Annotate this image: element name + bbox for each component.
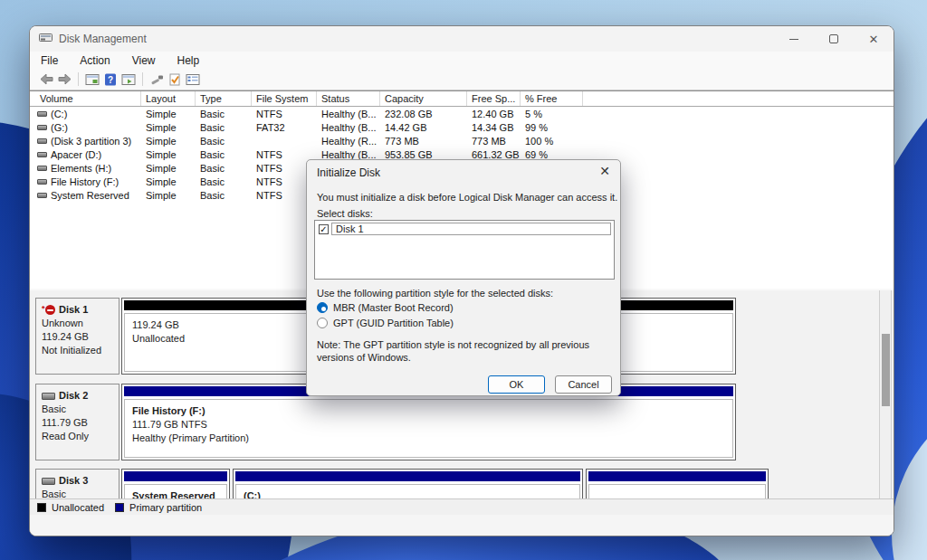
drive-icon — [37, 166, 47, 171]
table-cell: NTFS — [252, 109, 317, 119]
table-cell: 232.08 GB — [380, 109, 467, 119]
maximize-button[interactable] — [814, 26, 854, 52]
legend-swatch — [37, 503, 46, 512]
tool-icon[interactable] — [148, 71, 166, 89]
dialog-close-icon[interactable]: ✕ — [599, 164, 610, 178]
forward-icon[interactable] — [55, 71, 73, 89]
partition-line: Healthy (Primary Partition) — [132, 432, 732, 445]
partition[interactable]: System Reserved — [121, 469, 230, 498]
legend-item: Primary partition — [115, 502, 202, 513]
scrollbar-thumb[interactable] — [882, 334, 890, 406]
check-document-icon[interactable] — [166, 71, 184, 89]
table-cell: Simple — [141, 176, 196, 187]
volume-name-cell: System Reserved — [35, 190, 141, 201]
disk-label-line: Not Initialized — [42, 344, 119, 357]
dialog-note: Note: The GPT partition style is not rec… — [317, 338, 608, 364]
disk-label-panel[interactable]: Disk 2Basic111.79 GBRead Only — [35, 384, 119, 460]
title-bar[interactable]: Disk Management ✕ — [30, 26, 894, 52]
table-cell: NTFS — [252, 149, 317, 160]
volume-name-cell: Elements (H:) — [35, 163, 141, 174]
disk-label-line: 119.24 GB — [42, 330, 119, 344]
table-cell: FAT32 — [252, 122, 317, 133]
console-window-icon[interactable] — [83, 71, 101, 89]
minimize-icon — [789, 39, 798, 40]
table-cell: Simple — [141, 109, 196, 119]
column-header-layout[interactable]: Layout — [141, 91, 196, 106]
radio-selected-icon[interactable] — [317, 302, 328, 313]
table-cell: Basic — [196, 136, 252, 147]
partition[interactable]: (C:) — [233, 469, 583, 498]
table-row[interactable]: (Disk 3 partition 3)SimpleBasicHealthy (… — [30, 134, 894, 147]
partition-body: (C:) — [235, 484, 580, 498]
column-header-capacity[interactable]: Capacity — [380, 91, 467, 106]
disk-label-line: Unknown — [42, 317, 119, 330]
radio-icon[interactable] — [317, 318, 328, 328]
disk-partitions: System Reserved(C:) — [121, 469, 769, 498]
volume-name-cell: (Disk 3 partition 3) — [35, 136, 141, 147]
show-console-tree-icon[interactable] — [119, 71, 138, 89]
table-cell: 69 % — [521, 149, 583, 160]
partition[interactable] — [586, 469, 769, 498]
table-cell: 14.34 GB — [467, 122, 521, 133]
column-header-type[interactable]: Type — [196, 91, 252, 106]
column-header-volume[interactable]: Volume — [35, 91, 141, 106]
properties-icon[interactable] — [184, 71, 202, 89]
table-cell: Simple — [141, 149, 196, 160]
table-row[interactable]: (C:)SimpleBasicNTFSHealthy (B...232.08 G… — [30, 107, 894, 120]
cancel-button[interactable]: Cancel — [555, 375, 612, 394]
minimize-button[interactable] — [774, 26, 814, 52]
table-cell: Simple — [141, 136, 196, 147]
partition-style-option[interactable]: MBR (Master Boot Record) — [317, 302, 454, 313]
legend-swatch — [115, 503, 124, 512]
legend-item: Unallocated — [37, 502, 104, 513]
table-cell: 5 % — [521, 109, 583, 119]
partition-body — [588, 484, 766, 498]
table-cell: 12.40 GB — [467, 109, 521, 119]
disk-listbox[interactable]: ✓ Disk 1 — [314, 220, 615, 280]
volume-name: (G:) — [51, 122, 68, 133]
close-button[interactable]: ✕ — [854, 26, 894, 52]
vertical-scrollbar[interactable] — [879, 290, 892, 498]
table-cell: Basic — [196, 109, 252, 119]
column-header-file-system[interactable]: File System — [252, 91, 317, 106]
column-header-free-space[interactable]: Free Sp... — [467, 91, 521, 106]
svg-text:?: ? — [108, 74, 113, 84]
drive-icon — [37, 193, 47, 198]
disk-name: *Disk 1 — [42, 303, 119, 317]
radio-label: MBR (Master Boot Record) — [333, 302, 454, 313]
partition-style-option[interactable]: GPT (GUID Partition Table) — [317, 318, 454, 328]
column-header-status[interactable]: Status — [317, 91, 380, 106]
menu-view[interactable]: View — [132, 54, 156, 67]
table-cell: 661.32 GB — [467, 149, 521, 160]
volume-name: Elements (H:) — [51, 163, 111, 174]
partition-style-label: Use the following partition style for th… — [317, 288, 553, 299]
table-cell: Basic — [196, 163, 252, 174]
volume-name-cell: File History (F:) — [35, 176, 141, 187]
table-cell: Simple — [141, 163, 196, 174]
table-cell: 773 MB — [380, 136, 467, 147]
help-icon[interactable]: ? — [101, 71, 119, 89]
table-cell: 100 % — [521, 136, 583, 147]
disk-label-panel[interactable]: Disk 3Basic — [35, 469, 119, 498]
menu-action[interactable]: Action — [80, 54, 110, 67]
drive-icon — [37, 125, 47, 130]
app-icon — [39, 31, 53, 47]
maximize-icon — [829, 34, 838, 43]
disk-label-panel[interactable]: *Disk 1Unknown119.24 GBNot Initialized — [35, 298, 119, 375]
legend-label: Unallocated — [52, 502, 104, 513]
table-cell: Healthy (B... — [317, 149, 380, 160]
partition-legend: UnallocatedPrimary partition — [30, 498, 894, 515]
ok-button[interactable]: OK — [488, 375, 545, 394]
menu-file[interactable]: File — [41, 54, 58, 67]
disk-list-item[interactable]: ✓ Disk 1 — [315, 222, 614, 236]
disk-checkbox[interactable]: ✓ — [319, 224, 329, 234]
column-header-pct-free[interactable]: % Free — [521, 91, 583, 106]
back-icon[interactable] — [37, 71, 55, 89]
table-row[interactable]: (G:)SimpleBasicFAT32Healthy (B...14.42 G… — [30, 120, 894, 134]
radio-label: GPT (GUID Partition Table) — [333, 318, 454, 328]
select-disks-label: Select disks: — [317, 208, 373, 219]
drive-icon — [37, 152, 47, 157]
menu-help[interactable]: Help — [177, 54, 200, 67]
disk-name: Disk 3 — [42, 474, 119, 488]
partition-line: 111.79 GB NTFS — [132, 418, 732, 432]
